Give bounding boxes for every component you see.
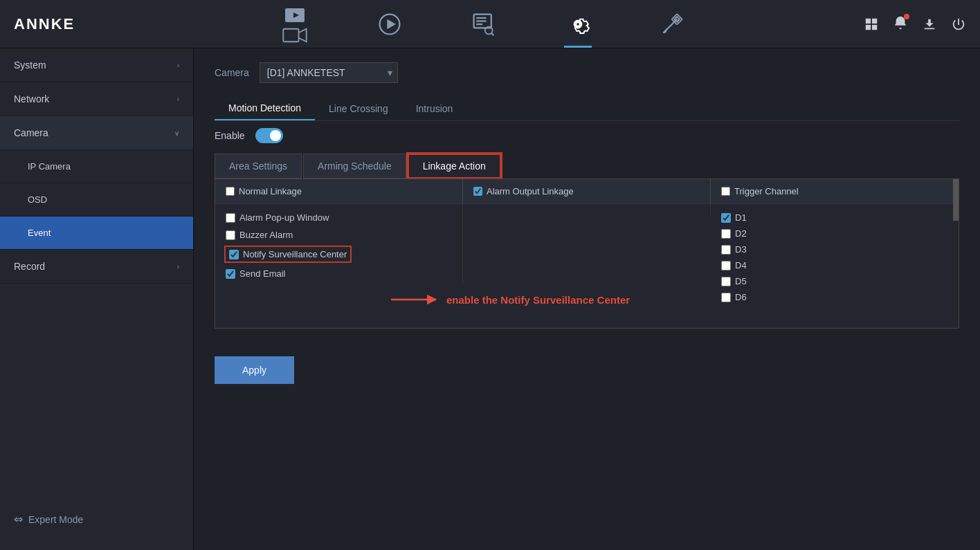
linkage-table: Normal Linkage Alarm Output Linkage Trig…: [215, 178, 959, 329]
label-d1: D1: [735, 212, 747, 223]
label-buzzer-alarm: Buzzer Alarm: [239, 230, 293, 240]
header-trigger-channel: Trigger Channel: [711, 179, 959, 203]
label-notify-surveillance: Notify Surveillance Center: [243, 249, 347, 259]
checkbox-d1[interactable]: [721, 213, 731, 223]
header-label-alarm: Alarm Output Linkage: [487, 186, 574, 196]
svg-rect-14: [872, 24, 877, 29]
chevron-right-icon: ›: [177, 263, 179, 271]
svg-rect-11: [866, 18, 871, 23]
checkbox-d2[interactable]: [721, 229, 731, 239]
sidebar: System › Network › Camera ∨ IP Camera OS…: [0, 48, 194, 550]
download-icon[interactable]: [922, 17, 937, 32]
camera-row: Camera [D1] ANNKETEST [D2] Camera2 [D3] …: [215, 62, 959, 83]
camera-label: Camera: [215, 67, 249, 78]
svg-rect-12: [872, 18, 877, 23]
table-body-row-1: Alarm Pop-up Window Buzzer Alarm Notify …: [215, 203, 959, 328]
sub-tab-arming-schedule[interactable]: Arming Schedule: [303, 154, 406, 178]
power-icon[interactable]: [951, 17, 966, 32]
chevron-down-icon: ∨: [174, 129, 179, 137]
checkbox-d3[interactable]: [721, 245, 731, 255]
check-d3: D3: [721, 244, 747, 255]
checkbox-buzzer-alarm[interactable]: [226, 230, 235, 240]
nav-search[interactable]: [457, 6, 510, 42]
camera-select-wrapper[interactable]: [D1] ANNKETEST [D2] Camera2 [D3] Camera3: [260, 62, 398, 83]
nav-live-view[interactable]: [268, 0, 322, 50]
grid-icon[interactable]: [864, 17, 879, 32]
header-normal-linkage: Normal Linkage: [215, 179, 463, 203]
svg-marker-2: [388, 19, 397, 28]
svg-line-8: [491, 33, 494, 35]
top-nav: ANNKE: [0, 0, 980, 48]
header-checkbox-alarm[interactable]: [473, 187, 482, 196]
camera-select[interactable]: [D1] ANNKETEST [D2] Camera2 [D3] Camera3: [260, 62, 398, 83]
sub-tabs-row: Area Settings Arming Schedule Linkage Ac…: [215, 154, 959, 178]
sidebar-item-ip-camera[interactable]: IP Camera: [0, 150, 193, 183]
main-tabs-row: Motion Detection Line Crossing Intrusion: [215, 97, 959, 121]
header-label-trigger: Trigger Channel: [734, 186, 799, 196]
sidebar-label-record: Record: [14, 261, 45, 272]
svg-rect-13: [866, 24, 871, 29]
tab-intrusion[interactable]: Intrusion: [402, 97, 467, 120]
table-container: Normal Linkage Alarm Output Linkage Trig…: [215, 178, 959, 329]
label-d2: D2: [735, 228, 747, 239]
checkbox-send-email[interactable]: [226, 269, 235, 279]
sidebar-label-ip-camera: IP Camera: [28, 161, 71, 172]
label-d6: D6: [735, 292, 747, 302]
checkbox-alarm-popup[interactable]: [226, 213, 235, 223]
main-layout: System › Network › Camera ∨ IP Camera OS…: [0, 48, 980, 550]
check-d1: D1: [721, 212, 747, 223]
notification-badge: [904, 14, 909, 19]
checkbox-d6[interactable]: [721, 293, 731, 302]
label-d4: D4: [735, 260, 747, 271]
sub-tab-linkage-action[interactable]: Linkage Action: [408, 154, 501, 178]
checkbox-d5[interactable]: [721, 277, 731, 286]
expert-mode-icon: ⇔: [14, 513, 23, 526]
content-area: Camera [D1] ANNKETEST [D2] Camera2 [D3] …: [194, 48, 980, 550]
nav-icons: [102, 0, 864, 50]
sidebar-label-system: System: [14, 59, 46, 71]
sidebar-item-record[interactable]: Record ›: [0, 250, 193, 284]
nav-maintenance[interactable]: [646, 6, 698, 42]
normal-linkage-cell: Alarm Pop-up Window Buzzer Alarm Notify …: [215, 204, 463, 284]
svg-rect-0: [283, 28, 298, 42]
check-d6: D6: [721, 292, 747, 302]
sidebar-label-osd: OSD: [28, 194, 47, 205]
notification-button[interactable]: [893, 15, 908, 33]
sidebar-item-network[interactable]: Network ›: [0, 82, 193, 116]
checkbox-d4[interactable]: [721, 261, 731, 271]
header-label-normal: Normal Linkage: [239, 186, 302, 196]
trigger-channel-cell: D1 D2 D3 D4: [711, 204, 959, 308]
checkbox-notify-surveillance[interactable]: [229, 250, 239, 259]
tab-motion-detection[interactable]: Motion Detection: [215, 97, 315, 120]
label-send-email: Send Email: [239, 268, 285, 279]
label-d5: D5: [735, 276, 747, 286]
check-d4: D4: [721, 260, 747, 271]
sidebar-item-osd[interactable]: OSD: [0, 183, 193, 217]
table-header: Normal Linkage Alarm Output Linkage Trig…: [215, 179, 959, 203]
alarm-output-cell: [463, 204, 711, 215]
enable-row: Enable: [215, 128, 959, 143]
enable-toggle[interactable]: [255, 128, 283, 143]
expert-mode-button[interactable]: ⇔ Expert Mode: [0, 502, 194, 536]
chevron-right-icon: ›: [177, 62, 179, 69]
enable-label: Enable: [215, 130, 245, 141]
sidebar-item-system[interactable]: System ›: [0, 48, 193, 82]
check-d5: D5: [721, 276, 747, 286]
label-d3: D3: [735, 244, 747, 255]
nav-settings[interactable]: [552, 6, 604, 42]
header-checkbox-trigger[interactable]: [721, 187, 730, 196]
sidebar-item-camera[interactable]: Camera ∨: [0, 116, 193, 150]
label-alarm-popup: Alarm Pop-up Window: [239, 212, 329, 223]
header-checkbox-normal[interactable]: [226, 187, 235, 196]
top-right-controls: [864, 15, 966, 33]
apply-row: Apply: [215, 342, 959, 384]
check-send-email: Send Email: [226, 268, 285, 279]
check-d2: D2: [721, 228, 747, 239]
sidebar-item-event[interactable]: Event: [0, 217, 193, 250]
sidebar-label-camera: Camera: [14, 127, 48, 138]
sub-tab-area-settings[interactable]: Area Settings: [215, 154, 302, 178]
sidebar-label-event: Event: [28, 228, 51, 238]
nav-playback[interactable]: [363, 6, 416, 42]
apply-button[interactable]: Apply: [215, 356, 294, 384]
tab-line-crossing[interactable]: Line Crossing: [315, 97, 402, 120]
